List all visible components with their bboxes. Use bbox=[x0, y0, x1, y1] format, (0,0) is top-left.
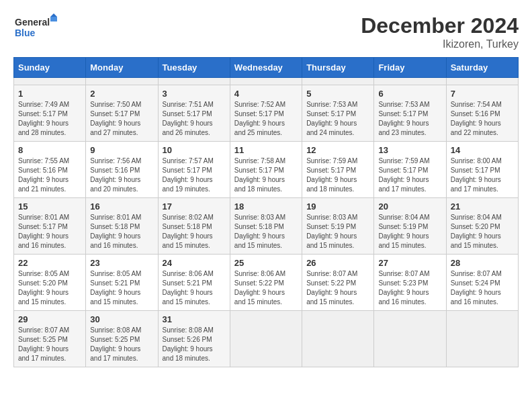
table-row: 8Sunrise: 7:55 AMSunset: 5:16 PMDaylight… bbox=[14, 142, 86, 198]
day-number: 4 bbox=[234, 89, 298, 99]
table-row bbox=[230, 311, 302, 367]
day-info: Sunrise: 7:53 AMSunset: 5:17 PMDaylight:… bbox=[306, 100, 369, 138]
day-info: Sunrise: 7:50 AMSunset: 5:17 PMDaylight:… bbox=[90, 100, 153, 138]
day-number: 17 bbox=[163, 201, 226, 212]
day-number: 12 bbox=[306, 145, 369, 155]
calendar-table: Sunday Monday Tuesday Wednesday Thursday… bbox=[13, 57, 519, 367]
day-info: Sunrise: 7:56 AMSunset: 5:16 PMDaylight:… bbox=[90, 156, 153, 194]
table-row: 30Sunrise: 8:08 AMSunset: 5:25 PMDayligh… bbox=[86, 311, 158, 367]
day-number: 2 bbox=[90, 89, 153, 99]
table-row: 28Sunrise: 8:07 AMSunset: 5:24 PMDayligh… bbox=[446, 255, 518, 311]
svg-text:General: General bbox=[15, 17, 50, 28]
day-info: Sunrise: 8:06 AMSunset: 5:21 PMDaylight:… bbox=[163, 269, 226, 307]
table-row: 27Sunrise: 8:07 AMSunset: 5:23 PMDayligh… bbox=[374, 255, 446, 311]
day-number: 9 bbox=[90, 145, 153, 155]
calendar-week-row: 1Sunrise: 7:49 AMSunset: 5:17 PMDaylight… bbox=[14, 85, 519, 142]
day-number: 23 bbox=[90, 258, 153, 268]
day-number: 16 bbox=[90, 201, 153, 212]
table-row: 26Sunrise: 8:07 AMSunset: 5:22 PMDayligh… bbox=[302, 255, 374, 311]
day-number: 24 bbox=[163, 258, 226, 268]
table-row bbox=[14, 78, 86, 85]
svg-text:Blue: Blue bbox=[15, 28, 36, 38]
day-number: 31 bbox=[163, 314, 226, 324]
day-info: Sunrise: 8:04 AMSunset: 5:20 PMDaylight:… bbox=[451, 213, 514, 250]
table-row: 29Sunrise: 8:07 AMSunset: 5:25 PMDayligh… bbox=[14, 311, 86, 367]
table-row bbox=[374, 78, 446, 85]
table-row: 21Sunrise: 8:04 AMSunset: 5:20 PMDayligh… bbox=[446, 198, 518, 255]
header-wednesday: Wednesday bbox=[230, 58, 302, 78]
day-number: 20 bbox=[378, 201, 441, 212]
table-row: 31Sunrise: 8:08 AMSunset: 5:26 PMDayligh… bbox=[158, 311, 230, 367]
subtitle: Ikizoren, Turkey bbox=[361, 38, 519, 50]
table-row: 10Sunrise: 7:57 AMSunset: 5:17 PMDayligh… bbox=[158, 142, 230, 198]
table-row bbox=[302, 78, 374, 85]
table-row: 18Sunrise: 8:03 AMSunset: 5:18 PMDayligh… bbox=[230, 198, 302, 255]
calendar-week-row: 29Sunrise: 8:07 AMSunset: 5:25 PMDayligh… bbox=[14, 311, 519, 367]
table-row bbox=[446, 78, 518, 85]
header-saturday: Saturday bbox=[446, 58, 518, 78]
table-row: 24Sunrise: 8:06 AMSunset: 5:21 PMDayligh… bbox=[158, 255, 230, 311]
day-info: Sunrise: 8:08 AMSunset: 5:26 PMDaylight:… bbox=[163, 326, 226, 363]
calendar-header-row: Sunday Monday Tuesday Wednesday Thursday… bbox=[14, 58, 519, 78]
table-row: 16Sunrise: 8:01 AMSunset: 5:18 PMDayligh… bbox=[86, 198, 158, 255]
title-block: December 2024 Ikizoren, Turkey bbox=[361, 13, 519, 50]
day-info: Sunrise: 8:03 AMSunset: 5:18 PMDaylight:… bbox=[234, 213, 298, 250]
day-number: 6 bbox=[378, 89, 441, 99]
table-row: 23Sunrise: 8:05 AMSunset: 5:21 PMDayligh… bbox=[86, 255, 158, 311]
day-info: Sunrise: 7:51 AMSunset: 5:17 PMDaylight:… bbox=[163, 100, 226, 138]
table-row: 15Sunrise: 8:01 AMSunset: 5:17 PMDayligh… bbox=[14, 198, 86, 255]
day-number: 15 bbox=[18, 201, 81, 212]
header-sunday: Sunday bbox=[14, 58, 86, 78]
day-number: 1 bbox=[18, 89, 81, 99]
table-row: 3Sunrise: 7:51 AMSunset: 5:17 PMDaylight… bbox=[158, 85, 230, 142]
svg-marker-2 bbox=[50, 13, 57, 17]
day-number: 11 bbox=[234, 145, 298, 155]
day-number: 27 bbox=[378, 258, 441, 268]
day-number: 28 bbox=[451, 258, 514, 268]
header-tuesday: Tuesday bbox=[158, 58, 230, 78]
table-row: 25Sunrise: 8:06 AMSunset: 5:22 PMDayligh… bbox=[230, 255, 302, 311]
day-info: Sunrise: 7:57 AMSunset: 5:17 PMDaylight:… bbox=[163, 156, 226, 194]
table-row: 17Sunrise: 8:02 AMSunset: 5:18 PMDayligh… bbox=[158, 198, 230, 255]
table-row bbox=[302, 311, 374, 367]
day-info: Sunrise: 7:52 AMSunset: 5:17 PMDaylight:… bbox=[234, 100, 298, 138]
logo-svg: General Blue bbox=[13, 13, 60, 44]
day-number: 26 bbox=[306, 258, 369, 268]
day-info: Sunrise: 7:55 AMSunset: 5:16 PMDaylight:… bbox=[18, 156, 81, 194]
day-number: 29 bbox=[18, 314, 81, 324]
table-row: 13Sunrise: 7:59 AMSunset: 5:17 PMDayligh… bbox=[374, 142, 446, 198]
day-info: Sunrise: 8:02 AMSunset: 5:18 PMDaylight:… bbox=[163, 213, 226, 250]
table-row: 12Sunrise: 7:59 AMSunset: 5:17 PMDayligh… bbox=[302, 142, 374, 198]
day-info: Sunrise: 7:58 AMSunset: 5:17 PMDaylight:… bbox=[234, 156, 298, 194]
day-info: Sunrise: 7:54 AMSunset: 5:16 PMDaylight:… bbox=[451, 100, 514, 138]
day-number: 13 bbox=[378, 145, 441, 155]
table-row: 7Sunrise: 7:54 AMSunset: 5:16 PMDaylight… bbox=[446, 85, 518, 142]
table-row: 11Sunrise: 7:58 AMSunset: 5:17 PMDayligh… bbox=[230, 142, 302, 198]
calendar-week-row bbox=[14, 78, 519, 85]
day-info: Sunrise: 7:59 AMSunset: 5:17 PMDaylight:… bbox=[306, 156, 369, 194]
table-row bbox=[374, 311, 446, 367]
day-info: Sunrise: 8:01 AMSunset: 5:17 PMDaylight:… bbox=[18, 213, 81, 250]
table-row: 9Sunrise: 7:56 AMSunset: 5:16 PMDaylight… bbox=[86, 142, 158, 198]
table-row bbox=[230, 78, 302, 85]
day-number: 25 bbox=[234, 258, 298, 268]
day-info: Sunrise: 8:07 AMSunset: 5:25 PMDaylight:… bbox=[18, 326, 81, 363]
table-row bbox=[86, 78, 158, 85]
day-info: Sunrise: 8:04 AMSunset: 5:19 PMDaylight:… bbox=[378, 213, 441, 250]
day-info: Sunrise: 7:49 AMSunset: 5:17 PMDaylight:… bbox=[18, 100, 81, 138]
calendar-week-row: 15Sunrise: 8:01 AMSunset: 5:17 PMDayligh… bbox=[14, 198, 519, 255]
table-row: 5Sunrise: 7:53 AMSunset: 5:17 PMDaylight… bbox=[302, 85, 374, 142]
day-info: Sunrise: 7:53 AMSunset: 5:17 PMDaylight:… bbox=[378, 100, 441, 138]
day-info: Sunrise: 8:03 AMSunset: 5:19 PMDaylight:… bbox=[306, 213, 369, 250]
table-row bbox=[446, 311, 518, 367]
main-title: December 2024 bbox=[361, 13, 519, 38]
day-number: 5 bbox=[306, 89, 369, 99]
table-row: 14Sunrise: 8:00 AMSunset: 5:17 PMDayligh… bbox=[446, 142, 518, 198]
day-number: 19 bbox=[306, 201, 369, 212]
table-row: 19Sunrise: 8:03 AMSunset: 5:19 PMDayligh… bbox=[302, 198, 374, 255]
svg-marker-3 bbox=[50, 17, 57, 21]
day-number: 7 bbox=[451, 89, 514, 99]
table-row bbox=[158, 78, 230, 85]
calendar-week-row: 22Sunrise: 8:05 AMSunset: 5:20 PMDayligh… bbox=[14, 255, 519, 311]
table-row: 20Sunrise: 8:04 AMSunset: 5:19 PMDayligh… bbox=[374, 198, 446, 255]
